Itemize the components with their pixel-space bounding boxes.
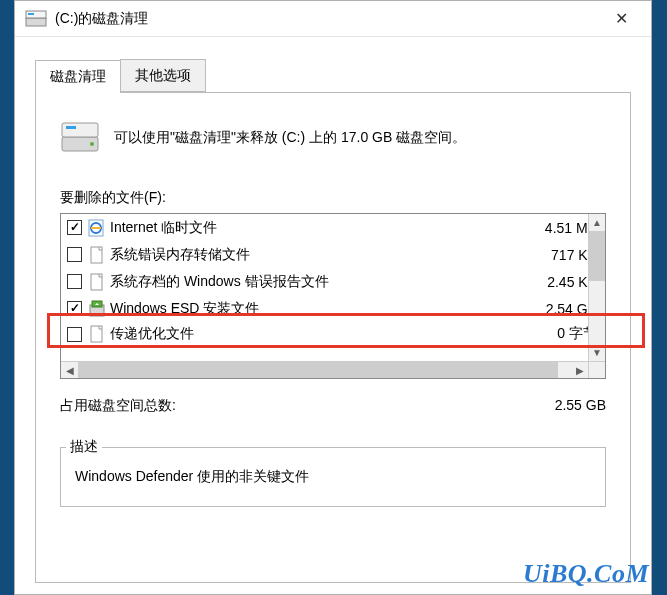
scroll-corner [588,361,605,378]
checkbox[interactable] [67,327,82,342]
file-row[interactable]: Internet 临时文件4.51 MB [61,214,605,241]
file-row[interactable]: Windows ESD 安装文件2.54 GB [61,295,605,322]
svg-rect-0 [26,18,46,26]
file-type-icon [88,273,106,291]
file-size: 4.51 MB [519,220,599,236]
file-size: 2.45 KB [519,274,599,290]
svg-rect-4 [62,123,98,137]
tab-panel: 可以使用"磁盘清理"来释放 (C:) 上的 17.0 GB 磁盘空间。 要删除的… [35,93,631,583]
file-name: 系统错误内存转储文件 [110,246,519,264]
file-row[interactable]: 系统存档的 Windows 错误报告文件2.45 KB [61,268,605,295]
scroll-left-button[interactable]: ◀ [61,362,78,378]
svg-point-6 [90,142,94,146]
tab-other-options[interactable]: 其他选项 [120,59,206,92]
scroll-right-button[interactable]: ▶ [571,362,588,378]
scroll-thumb-vertical[interactable] [589,231,605,281]
close-button[interactable]: ✕ [601,5,641,33]
disk-cleanup-window: (C:)的磁盘清理 ✕ 磁盘清理 其他选项 可以使用"磁盘清理"来释放 (C:)… [14,0,652,595]
svg-rect-13 [91,326,102,342]
file-name: Windows ESD 安装文件 [110,300,519,318]
file-name: 系统存档的 Windows 错误报告文件 [110,273,519,291]
tab-disk-cleanup[interactable]: 磁盘清理 [35,60,121,93]
file-size: 0 字节 [519,325,599,343]
total-label: 占用磁盘空间总数: [60,397,555,415]
intro-text: 可以使用"磁盘清理"来释放 (C:) 上的 17.0 GB 磁盘空间。 [114,127,466,148]
window-title: (C:)的磁盘清理 [55,10,601,28]
file-type-icon [88,325,106,343]
checkbox[interactable] [67,274,82,289]
file-row[interactable]: 系统错误内存转储文件717 KB [61,241,605,268]
file-name: Internet 临时文件 [110,219,519,237]
tab-strip: 磁盘清理 其他选项 [35,59,631,93]
vertical-scrollbar[interactable]: ▲ ▼ [588,214,605,361]
files-to-delete-label: 要删除的文件(F): [60,189,606,207]
scroll-thumb-horizontal[interactable] [78,362,558,378]
file-size: 2.54 GB [519,301,599,317]
file-size: 717 KB [519,247,599,263]
total-row: 占用磁盘空间总数: 2.55 GB [60,397,606,415]
file-type-icon [88,246,106,264]
scroll-down-button[interactable]: ▼ [589,344,605,361]
checkbox[interactable] [67,301,82,316]
description-group: 描述 Windows Defender 使用的非关键文件 [60,429,606,507]
horizontal-scrollbar[interactable]: ◀ ▶ [61,361,588,378]
window-body: 磁盘清理 其他选项 可以使用"磁盘清理"来释放 (C:) 上的 17.0 GB … [15,37,651,594]
drive-icon [25,10,47,28]
svg-rect-5 [66,126,76,129]
intro-row: 可以使用"磁盘清理"来释放 (C:) 上的 17.0 GB 磁盘空间。 [60,119,606,155]
description-text: Windows Defender 使用的非关键文件 [60,447,606,507]
svg-rect-2 [28,13,34,15]
checkbox[interactable] [67,247,82,262]
scroll-up-button[interactable]: ▲ [589,214,605,231]
file-name: 传递优化文件 [110,325,519,343]
svg-rect-10 [91,274,102,290]
cleanup-drive-icon [60,119,100,155]
file-type-icon [88,300,106,318]
total-value: 2.55 GB [555,397,606,415]
file-type-icon [88,219,106,237]
titlebar: (C:)的磁盘清理 ✕ [15,1,651,37]
svg-rect-9 [91,247,102,263]
file-list: Internet 临时文件4.51 MB系统错误内存转储文件717 KB系统存档… [60,213,606,379]
checkbox[interactable] [67,220,82,235]
file-row[interactable]: 传递优化文件0 字节 [61,322,605,346]
watermark-text: UiBQ.CoM [523,559,649,589]
description-legend: 描述 [66,438,102,456]
